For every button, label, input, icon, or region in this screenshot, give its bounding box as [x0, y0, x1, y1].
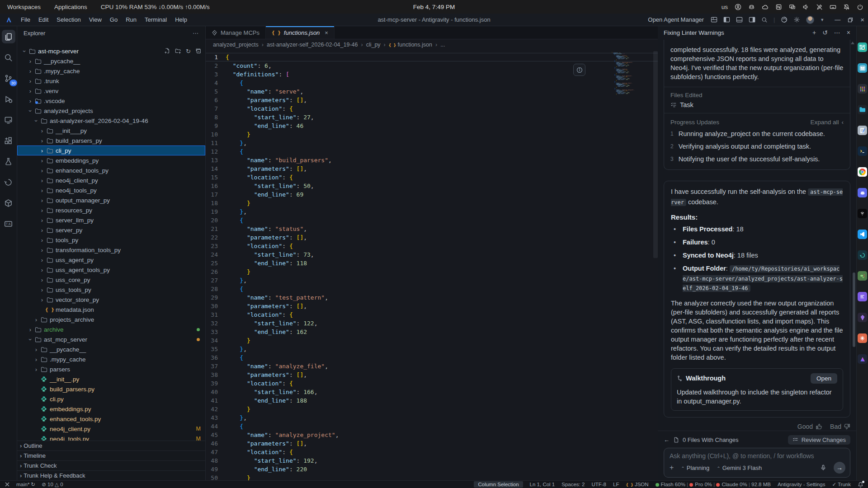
- progress-step-3[interactable]: 3Notifying the user of the successful se…: [670, 155, 844, 164]
- restore-button[interactable]: [848, 17, 853, 23]
- tab-functions-json[interactable]: { } functions.json ×: [266, 26, 335, 39]
- tree-item-ast-mcp-server[interactable]: ›ast_mcp_server: [17, 334, 205, 344]
- new-folder-icon[interactable]: [175, 48, 181, 55]
- tree-item-server-py[interactable]: ›server_py: [17, 225, 205, 235]
- tree-item-cli-py[interactable]: ›cli_py: [17, 145, 205, 155]
- refresh-icon[interactable]: ↻: [186, 48, 191, 55]
- panel-close-icon[interactable]: ×: [847, 29, 850, 36]
- code-line-30[interactable]: 30 "parameters": [],: [206, 302, 658, 310]
- language-mode[interactable]: { } JSON: [626, 482, 648, 487]
- chevron-icon[interactable]: ›: [38, 257, 46, 263]
- menu-file[interactable]: File: [17, 16, 34, 23]
- walkthrough-open-button[interactable]: Open: [811, 373, 837, 384]
- explorer-more-actions-icon[interactable]: ⋯: [193, 30, 199, 37]
- chevron-icon[interactable]: ›: [33, 316, 40, 323]
- menu-help[interactable]: Help: [171, 16, 191, 23]
- sidebar-section-outline[interactable]: ›Outline: [17, 441, 205, 450]
- activity-history[interactable]: [2, 175, 15, 189]
- dock-vscode-icon[interactable]: [858, 230, 867, 239]
- chevron-icon[interactable]: ›: [38, 187, 46, 194]
- activity-search[interactable]: [2, 51, 15, 64]
- menu-edit[interactable]: Edit: [34, 16, 52, 23]
- chevron-icon[interactable]: ›: [38, 147, 46, 154]
- toggle-left-panel-icon[interactable]: [723, 16, 730, 23]
- panel-scroll-up-icon[interactable]: [851, 42, 854, 44]
- code-line-5[interactable]: 5 "name": "serve",: [206, 87, 658, 96]
- display-icon[interactable]: [789, 4, 796, 10]
- git-branch-indicator[interactable]: main* ↻: [16, 481, 35, 488]
- chevron-icon[interactable]: ›: [38, 286, 46, 293]
- dock-antigravity-icon[interactable]: [858, 354, 867, 364]
- code-line-20[interactable]: 20 {: [206, 216, 658, 225]
- customize-layout-icon[interactable]: [711, 16, 717, 23]
- chevron-icon[interactable]: ›: [38, 127, 46, 134]
- chevron-icon[interactable]: ›: [38, 157, 46, 164]
- tree-item-embeddings-py[interactable]: ›embeddings_py: [17, 155, 205, 165]
- code-line-19[interactable]: 19 },: [206, 207, 658, 216]
- tree-item-parsers[interactable]: ›parsers: [17, 364, 205, 374]
- code-line-36[interactable]: 36 {: [206, 353, 658, 362]
- agent-input[interactable]: Ask anything (Ctrl+L), @ to mention, / f…: [664, 448, 850, 478]
- tree-item-embeddings-py[interactable]: embeddings.py: [17, 404, 205, 414]
- discord-icon[interactable]: [748, 4, 755, 10]
- user-icon[interactable]: [735, 4, 741, 10]
- dock-terminal-icon[interactable]: [858, 146, 867, 156]
- dock-shell-icon[interactable]: [858, 250, 867, 260]
- new-conversation-icon[interactable]: +: [812, 29, 816, 36]
- tab-manage-mcps[interactable]: Manage MCPs: [206, 26, 266, 39]
- code-line-6[interactable]: 6 "parameters": [],: [206, 96, 658, 104]
- code-line-11[interactable]: 11 },: [206, 139, 658, 147]
- tree-item-uss-agent-tools-py[interactable]: ›uss_agent_tools_py: [17, 265, 205, 275]
- code-line-13[interactable]: 13 "name": "build_parsers",: [206, 156, 658, 164]
- chevron-icon[interactable]: ›: [38, 277, 46, 283]
- tree-item-neo4j-tools-py[interactable]: neo4j_tools.pyM: [17, 434, 205, 441]
- avatar-chevron-icon[interactable]: ▼: [820, 18, 824, 22]
- planning-mode-selector[interactable]: ⌃Planning: [681, 465, 709, 471]
- notion-icon[interactable]: [775, 4, 782, 10]
- chevron-icon[interactable]: ›: [27, 326, 34, 333]
- tree-item--mypy-cache[interactable]: ›.mypy_cache: [17, 354, 205, 364]
- tree-item--pycache-[interactable]: ›__pycache__: [17, 56, 205, 66]
- settings-gear-icon[interactable]: [793, 16, 800, 23]
- tree-item-vector-store-py[interactable]: ›vector_store_py: [17, 295, 205, 305]
- code-line-39[interactable]: 39 "location": {: [206, 379, 658, 388]
- chevron-icon[interactable]: ›: [38, 296, 46, 303]
- chevron-icon[interactable]: ›: [38, 237, 46, 244]
- tree-item-uss-core-py[interactable]: ›uss_core_py: [17, 275, 205, 285]
- tree-item-build-parsers-py[interactable]: build_parsers.py: [17, 384, 205, 394]
- remote-indicator-icon[interactable]: [5, 482, 10, 487]
- search-icon[interactable]: [761, 17, 768, 23]
- editor-scrollbar[interactable]: [653, 51, 658, 258]
- activity-source-control[interactable]: 30: [2, 71, 15, 85]
- tree-item-enhanced-tools-py[interactable]: ›enhanced_tools_py: [17, 165, 205, 175]
- feedback-good-button[interactable]: Good: [797, 423, 822, 430]
- keyboard-layout[interactable]: us: [722, 4, 728, 10]
- dock-task-app-icon[interactable]: [858, 292, 867, 301]
- tree-item--trunk[interactable]: ›.trunk: [17, 76, 205, 86]
- tree-item-uss-tools-py[interactable]: ›uss_tools_py: [17, 285, 205, 295]
- progress-step-2[interactable]: 2Verifying analysis output and completin…: [670, 142, 844, 151]
- breadcrumb-item[interactable]: analyzed_projects: [213, 42, 259, 48]
- conversation-history-icon[interactable]: ↺: [822, 29, 828, 36]
- indentation[interactable]: Spaces: 2: [561, 482, 585, 487]
- chevron-icon[interactable]: ›: [33, 366, 40, 373]
- files-edited-task[interactable]: Task: [670, 101, 844, 108]
- code-line-49[interactable]: 49 "end_line": 220: [206, 465, 658, 474]
- code-line-17[interactable]: 17 "end_line": 69: [206, 190, 658, 199]
- chevron-icon[interactable]: ›: [27, 336, 34, 343]
- code-line-44[interactable]: 44 {: [206, 422, 658, 431]
- tree-item-build-parsers-py[interactable]: ›build_parsers_py: [17, 136, 205, 145]
- chevron-icon[interactable]: ›: [27, 58, 34, 65]
- activity-text-adjust[interactable]: T·A: [2, 217, 15, 230]
- minimap[interactable]: { "count": 6, "definitions": [ { "name":…: [612, 52, 651, 95]
- tree-item--vscode[interactable]: ›.vscode: [17, 96, 205, 106]
- tree-item-analyzed-projects[interactable]: ›analyzed_projects: [17, 106, 205, 116]
- chevron-icon[interactable]: ›: [27, 78, 34, 84]
- tree-item-tools-py[interactable]: ›tools_py: [17, 235, 205, 245]
- code-line-41[interactable]: 41 "end_line": 188: [206, 396, 658, 405]
- add-context-button[interactable]: +: [670, 464, 674, 472]
- activity-extensions[interactable]: [2, 134, 15, 147]
- eol[interactable]: LF: [613, 482, 619, 487]
- tree-item-enhanced-tools-py[interactable]: enhanced_tools.py: [17, 414, 205, 424]
- toggle-right-panel-icon[interactable]: [749, 16, 755, 23]
